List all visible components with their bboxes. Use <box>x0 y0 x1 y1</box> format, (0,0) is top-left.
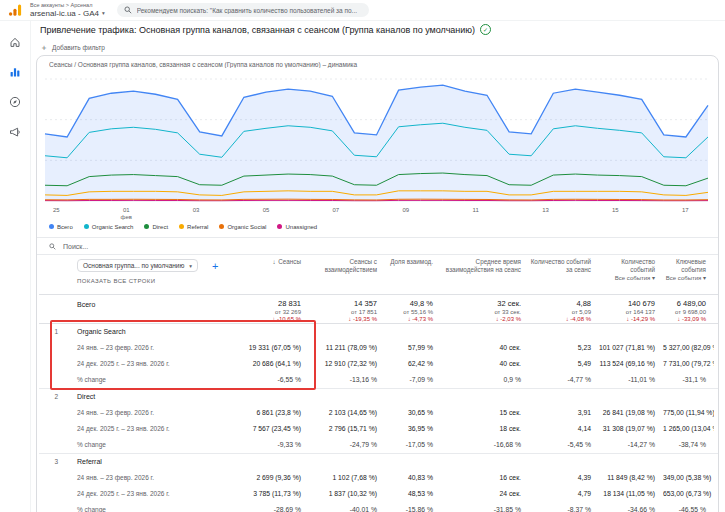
row-number-cell <box>39 405 65 421</box>
totals-value: 32 сек. <box>441 299 521 308</box>
totals-change: ↓ -10,65 % <box>237 316 301 322</box>
report-header: Привлечение трафика: Основная группа кан… <box>40 24 700 35</box>
column-header[interactable]: Среднее время взаимодействия на сеанс <box>441 255 529 294</box>
legend-item: Organic Social <box>219 224 266 230</box>
metric-cell: -24,79 % <box>309 437 385 453</box>
add-dimension-button[interactable]: + <box>212 261 218 271</box>
metric-cell: 3 785 (11,73 %) <box>237 486 309 502</box>
date-range-current-label: 24 янв. – 23 февр. 2026 г. <box>65 405 237 421</box>
reports-icon[interactable] <box>9 66 21 78</box>
legend-label: Organic Social <box>227 224 266 230</box>
totals-label: Всего <box>39 295 237 323</box>
column-label: ↓ Сеансы <box>237 258 301 266</box>
metric-cell: 40 сек. <box>441 356 529 372</box>
date-range-current-label: 24 янв. – 23 февр. 2026 г. <box>65 470 237 486</box>
metric-cell: 2 103 (14,65 %) <box>309 405 385 421</box>
home-icon[interactable] <box>9 36 21 48</box>
metric-cell: -31,1 % <box>663 372 714 388</box>
chevron-down-icon: ▾ <box>102 10 105 16</box>
column-header[interactable]: Ключевые событияВсе события ▾ <box>663 255 714 294</box>
totals-change: ↓ -4,08 % <box>529 316 591 322</box>
checkmark-icon: ✓ <box>480 24 491 35</box>
page-title: Привлечение трафика: Основная группа кан… <box>40 25 475 35</box>
date-range-previous-label: 24 дек. 2025 г. – 23 янв. 2026 г. <box>65 486 237 502</box>
trend-line-chart <box>43 71 710 207</box>
metric-cell: 2 796 (15,71 %) <box>309 421 385 437</box>
channel-header-row[interactable]: 1Organic Search <box>39 324 718 340</box>
totals-compare-value: от 5,09 <box>529 309 591 315</box>
plus-icon: ＋ <box>40 42 48 53</box>
totals-cell: 49,8 %от 55,16 %↓ -4,73 % <box>385 295 441 323</box>
table-row: 24 янв. – 23 февр. 2026 г.6 861 (23,8 %)… <box>39 405 718 421</box>
metric-cell: 12 910 (72,32 %) <box>309 356 385 372</box>
totals-row: Всего28 831от 32 269↓ -10,65 %14 357от 1… <box>39 295 718 324</box>
metric-cell: 653,00 (6,73 %) <box>663 486 714 502</box>
channel-header-row[interactable]: 3Referral <box>39 454 718 470</box>
totals-compare-value: от 164 137 <box>599 309 655 315</box>
show-all-rows-button[interactable]: ПОКАЗАТЬ ВСЕ СТРОКИ <box>77 278 237 284</box>
metric-cell: 11 849 (8,42 %) <box>599 470 663 486</box>
x-tick: 15 <box>612 207 619 214</box>
totals-compare-value: от 33 сек. <box>441 309 521 315</box>
percent-change-label: % change <box>65 372 237 388</box>
add-filter-button[interactable]: ＋ Добавить фильтр <box>40 42 105 53</box>
metric-cell: 349,00 (5,38 %) <box>663 470 714 486</box>
x-tick: 25 <box>53 207 60 214</box>
account-switcher[interactable]: Все аккаунты > Арсенал arsenal-ic.ua - G… <box>30 2 105 18</box>
totals-change: ↓ -2,03 % <box>441 316 521 322</box>
advertising-icon[interactable] <box>9 126 21 138</box>
dimension-dropdown[interactable]: Основная группа... по умолчанию▾ <box>77 259 198 272</box>
column-header[interactable]: Доля взаимод. <box>385 255 441 294</box>
channel-header-row[interactable]: 2Direct <box>39 389 718 405</box>
totals-cell: 28 831от 32 269↓ -10,65 % <box>237 295 309 323</box>
property-name: arsenal-ic.ua - GA4 <box>30 9 99 18</box>
column-header[interactable]: Количество событийВсе события ▾ <box>599 255 663 294</box>
analytics-logo-icon[interactable] <box>8 4 22 16</box>
metric-cell: 4,14 <box>529 421 599 437</box>
left-nav <box>0 20 31 512</box>
legend-dot-icon <box>179 224 184 229</box>
legend-label: Organic Search <box>92 224 134 230</box>
table-row: 24 янв. – 23 февр. 2026 г.2 699 (9,36 %)… <box>39 470 718 486</box>
column-subfilter[interactable]: Все события ▾ <box>599 275 655 283</box>
metric-cell: -4,77 % <box>529 372 599 388</box>
search-icon <box>49 243 56 250</box>
column-header[interactable]: ↓ Сеансы <box>237 255 309 294</box>
property-selector[interactable]: arsenal-ic.ua - GA4 ▾ <box>30 9 105 18</box>
search-icon <box>124 6 132 14</box>
legend-dot-icon <box>277 224 282 229</box>
row-number: 3 <box>39 454 65 470</box>
legend-item: Referral <box>179 224 208 230</box>
column-header[interactable]: Количество событий за сеанс <box>529 255 599 294</box>
x-tick: 01фев <box>121 207 132 221</box>
column-subfilter[interactable]: Все события ▾ <box>663 275 706 283</box>
metric-cell: -28,69 % <box>237 502 309 512</box>
legend-item: Organic Search <box>84 224 134 230</box>
search-hint: Рекомендуем поискать: "Как сравнить коли… <box>137 7 357 14</box>
explore-icon[interactable] <box>9 96 21 108</box>
metric-cell: -31,85 % <box>441 502 529 512</box>
table-search-row <box>37 237 718 255</box>
table-row: 24 дек. 2025 г. – 23 янв. 2026 г.20 686 … <box>39 356 718 372</box>
table-search-input[interactable] <box>61 242 325 251</box>
table-row: 24 дек. 2025 г. – 23 янв. 2026 г.7 567 (… <box>39 421 718 437</box>
global-search[interactable]: Рекомендуем поискать: "Как сравнить коли… <box>117 3 369 17</box>
legend-dot-icon <box>144 224 149 229</box>
metric-cell: -8,37 % <box>529 502 599 512</box>
metric-cell: 16 сек. <box>441 470 529 486</box>
metric-cell: 57,99 % <box>385 340 441 356</box>
metric-cell: -34,66 % <box>599 502 663 512</box>
column-label: Доля взаимод. <box>385 258 433 266</box>
metric-cell: -6,55 % <box>237 372 309 388</box>
row-number-cell <box>39 486 65 502</box>
totals-value: 49,8 % <box>385 299 433 308</box>
table-row: 24 дек. 2025 г. – 23 янв. 2026 г.3 785 (… <box>39 486 718 502</box>
legend-label: Referral <box>187 224 208 230</box>
column-header[interactable]: Сеансы с взаимодействием <box>309 255 385 294</box>
totals-compare-value: от 32 269 <box>237 309 301 315</box>
metric-cell: -14,27 % <box>599 437 663 453</box>
metric-cell: 3,91 <box>529 405 599 421</box>
metric-cell: 11 211 (78,09 %) <box>309 340 385 356</box>
dimension-dropdown-label: Основная группа... по умолчанию <box>83 262 184 269</box>
metric-cell: -11,01 % <box>599 372 663 388</box>
